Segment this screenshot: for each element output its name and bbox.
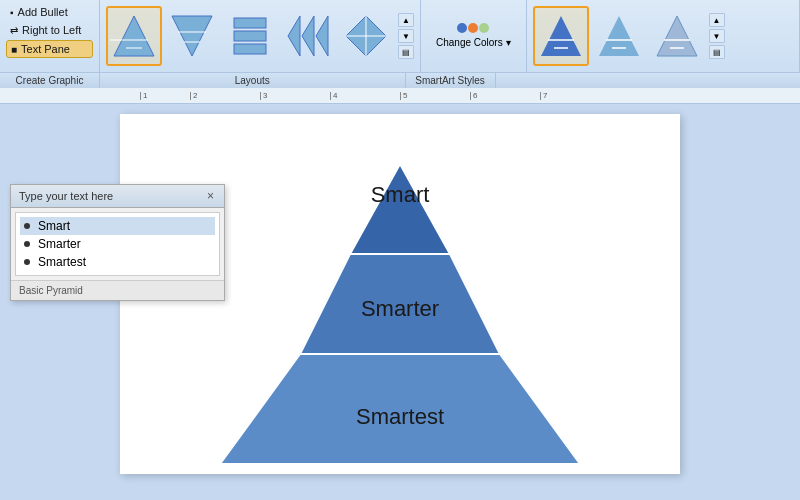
color-circle-3: [479, 23, 489, 33]
ruler-mark-1: 1: [140, 92, 190, 100]
ruler-mark-2: 2: [190, 92, 260, 100]
change-colors-label: Change Colors ▾: [436, 37, 511, 49]
right-to-left-button[interactable]: ⇄ Right to Left: [6, 22, 93, 38]
create-graphic-label: Create Graphic: [0, 73, 100, 88]
ruler-mark-6: 6: [470, 92, 540, 100]
bullet-icon-2: [24, 241, 30, 247]
pyramid-svg: Smart Smarter Smartest: [210, 134, 590, 474]
right-to-left-icon: ⇄: [10, 25, 18, 36]
layout-pyramid-icon: [110, 12, 158, 60]
smartart-expand[interactable]: ▤: [709, 45, 725, 59]
color-circle-1: [457, 23, 467, 33]
bullet-icon-3: [24, 259, 30, 265]
smartart-styles-label-right: [496, 73, 801, 88]
text-pane-item-smarter[interactable]: Smarter: [20, 235, 215, 253]
gallery-scroll: ▲ ▼ ▤: [398, 13, 414, 59]
main-area: Smart Smarter Smartest Type your text he…: [0, 104, 800, 500]
svg-marker-15: [541, 16, 581, 56]
layouts-label: Layouts: [100, 73, 406, 88]
layout-item-1[interactable]: [106, 6, 162, 66]
smartart-styles-section: ▲ ▼ ▤: [527, 0, 801, 72]
smartart-style2-icon: [595, 12, 643, 60]
ruler-mark-7: 7: [540, 92, 610, 100]
svg-marker-21: [657, 16, 697, 56]
layouts-section: ▲ ▼ ▤: [100, 0, 421, 72]
text-pane-close-button[interactable]: ×: [205, 189, 216, 203]
svg-rect-6: [234, 18, 266, 28]
layout-item-5[interactable]: [338, 6, 394, 66]
ribbon: ▪ Add Bullet ⇄ Right to Left ■ Text Pane: [0, 0, 800, 88]
ruler-mark-4: 4: [330, 92, 400, 100]
document-area: Smart Smarter Smartest Type your text he…: [0, 104, 800, 500]
text-pane-title: Type your text here: [19, 190, 113, 202]
text-pane-item-smart[interactable]: Smart: [20, 217, 215, 235]
svg-marker-9: [288, 16, 300, 56]
change-colors-section: Change Colors ▾: [421, 0, 527, 72]
create-graphic-section: ▪ Add Bullet ⇄ Right to Left ■ Text Pane: [0, 0, 100, 72]
smartart-style-3[interactable]: [649, 6, 705, 66]
layout-item-4[interactable]: [280, 6, 336, 66]
gallery-expand[interactable]: ▤: [398, 45, 414, 59]
svg-rect-7: [234, 31, 266, 41]
layout-item-3[interactable]: [222, 6, 278, 66]
text-pane-icon: ■: [11, 44, 17, 55]
layout-horiz-icon: [284, 12, 332, 60]
svg-rect-8: [234, 44, 266, 54]
pyramid-label-smarter: Smarter: [361, 296, 439, 321]
text-pane-item-smartest[interactable]: Smartest: [20, 253, 215, 271]
layout-inverted-icon: [168, 12, 216, 60]
smartart-style1-icon: [537, 12, 585, 60]
smartart-scroll-up[interactable]: ▲: [709, 13, 725, 27]
smartart-style-2[interactable]: [591, 6, 647, 66]
smartart-style3-icon: [653, 12, 701, 60]
color-circle-2: [468, 23, 478, 33]
add-bullet-button[interactable]: ▪ Add Bullet: [6, 4, 93, 20]
text-pane-header: Type your text here ×: [11, 185, 224, 208]
smartart-scroll-down[interactable]: ▼: [709, 29, 725, 43]
text-pane-button[interactable]: ■ Text Pane: [6, 40, 93, 58]
pyramid-top: [350, 164, 450, 254]
bullet-icon-1: [24, 223, 30, 229]
pyramid-label-smart: Smart: [371, 182, 430, 207]
svg-marker-11: [316, 16, 328, 56]
layout-other-icon: [342, 12, 390, 60]
text-pane-panel: Type your text here × Smart Smarter Smar…: [10, 184, 225, 301]
ruler-mark-3: 3: [260, 92, 330, 100]
pyramid-label-smartest: Smartest: [356, 404, 444, 429]
smartart-style-1[interactable]: [533, 6, 589, 66]
smartart-label: SmartArt Styles: [406, 73, 496, 88]
ruler: 1 2 3 4 5 6 7: [0, 88, 800, 104]
gallery-scroll-up[interactable]: ▲: [398, 13, 414, 27]
color-circles: [457, 23, 489, 33]
smartart-scroll: ▲ ▼ ▤: [709, 13, 725, 59]
layout-stacked-icon: [226, 12, 274, 60]
svg-marker-3: [172, 16, 212, 56]
add-bullet-icon: ▪: [10, 7, 14, 18]
text-pane-footer: Basic Pyramid: [11, 280, 224, 300]
change-colors-button[interactable]: Change Colors ▾: [429, 18, 518, 54]
ruler-mark-5: 5: [400, 92, 470, 100]
svg-marker-10: [302, 16, 314, 56]
layout-item-2[interactable]: [164, 6, 220, 66]
gallery-scroll-down[interactable]: ▼: [398, 29, 414, 43]
svg-marker-0: [114, 16, 154, 56]
text-pane-body: Smart Smarter Smartest: [15, 212, 220, 276]
svg-marker-18: [599, 16, 639, 56]
